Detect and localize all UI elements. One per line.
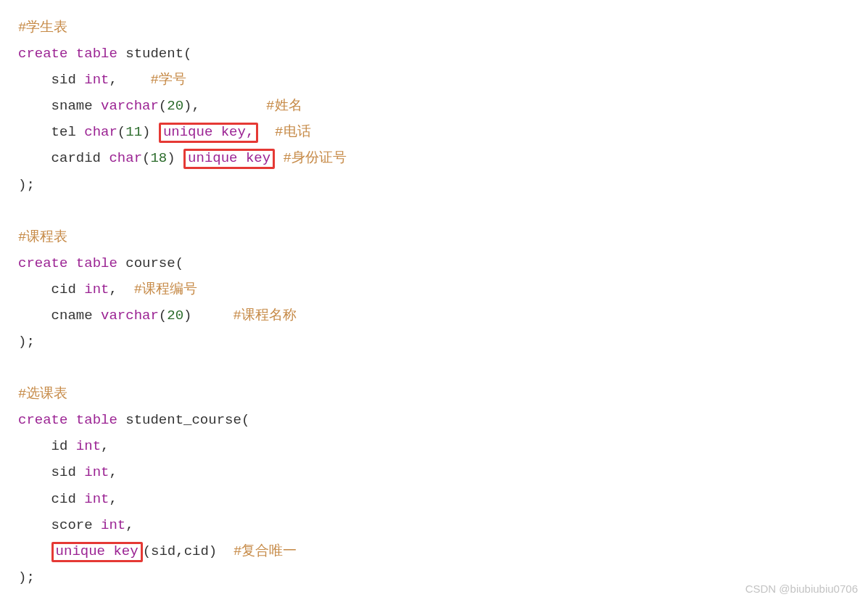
- keyword-table: table: [76, 255, 117, 271]
- comma: ,: [101, 438, 109, 454]
- paren-close: ): [183, 98, 191, 114]
- paren-close: ): [18, 177, 26, 193]
- comment: #身份证号: [284, 150, 347, 166]
- comma: ,: [191, 98, 199, 114]
- type-varchar: varchar: [101, 98, 159, 114]
- code-line: cardid char(18) unique key #身份证号: [18, 145, 850, 171]
- col-cardid: cardid: [51, 150, 101, 166]
- col-score: score: [51, 517, 93, 533]
- comment: #课程名称: [233, 308, 297, 324]
- keyword-create: create: [18, 412, 67, 428]
- comment: #姓名: [266, 98, 302, 114]
- paren-close: ): [142, 124, 150, 140]
- type-int: int: [101, 517, 125, 533]
- comment: #学号: [150, 72, 186, 88]
- highlight-unique-key: unique key: [51, 542, 143, 562]
- code-line: #学生表: [18, 15, 850, 41]
- comma: ,: [109, 464, 117, 480]
- comma: ,: [125, 517, 133, 533]
- paren-close: ): [167, 150, 175, 166]
- type-int: int: [76, 438, 101, 454]
- col-id: id: [51, 438, 68, 454]
- code-line: create table course(: [18, 250, 850, 276]
- col-tel: tel: [51, 124, 76, 140]
- type-char: char: [84, 124, 117, 140]
- blank-line: [18, 355, 850, 381]
- comment: #电话: [275, 124, 310, 140]
- keyword-create: create: [18, 255, 67, 271]
- type-int: int: [84, 491, 109, 507]
- keyword-create: create: [18, 46, 67, 62]
- comment: #课程表: [18, 229, 67, 245]
- col-sid: sid: [51, 72, 76, 88]
- col-cid: cid: [51, 491, 76, 507]
- code-line: create table student(: [18, 41, 850, 67]
- paren-close: ): [18, 569, 26, 585]
- code-line: #课程表: [18, 224, 850, 250]
- code-line: );: [18, 564, 850, 590]
- number: 20: [167, 308, 183, 324]
- comment: #学生表: [18, 20, 67, 36]
- semicolon: ;: [26, 177, 34, 193]
- semicolon: ;: [26, 334, 34, 350]
- code-line: );: [18, 172, 850, 198]
- paren-close: ): [18, 334, 26, 350]
- code-line: score int,: [18, 512, 850, 538]
- type-varchar: varchar: [101, 308, 159, 324]
- paren-open: (: [159, 308, 167, 324]
- code-line: id int,: [18, 433, 850, 459]
- code-line: sid int,: [18, 459, 850, 485]
- table-name: student: [125, 46, 183, 62]
- highlight-unique-key: unique key,: [159, 123, 258, 143]
- comma: ,: [109, 72, 117, 88]
- paren-open: (: [183, 46, 191, 62]
- code-line: #选课表: [18, 381, 850, 407]
- code-line: create table student_course(: [18, 407, 850, 433]
- code-line: cid int, #课程编号: [18, 276, 850, 302]
- paren-open: (: [142, 150, 150, 166]
- keyword-table: table: [76, 46, 117, 62]
- number: 20: [167, 98, 183, 114]
- table-name: student_course: [125, 412, 241, 428]
- code-line: sname varchar(20), #姓名: [18, 93, 850, 119]
- table-name: course: [125, 255, 175, 271]
- col-sid: sid: [51, 464, 76, 480]
- highlight-unique-key: unique key: [183, 149, 275, 169]
- semicolon: ;: [26, 569, 34, 585]
- comma: ,: [109, 491, 117, 507]
- paren-open: (: [159, 98, 167, 114]
- code-line: unique key(sid,cid) #复合唯一: [18, 538, 850, 564]
- type-int: int: [84, 464, 109, 480]
- paren-open: (: [241, 412, 249, 428]
- comment: #课程编号: [134, 281, 197, 297]
- number: 18: [150, 150, 167, 166]
- comment: #选课表: [18, 386, 67, 402]
- paren-open: (: [175, 255, 183, 271]
- type-int: int: [84, 281, 109, 297]
- col-cid: cid: [51, 281, 76, 297]
- number: 11: [125, 124, 142, 140]
- code-line: );: [18, 329, 850, 355]
- watermark: CSDN @biubiubiu0706: [745, 579, 858, 600]
- col-sname: sname: [51, 98, 93, 114]
- paren-close: ): [183, 308, 191, 324]
- col-cname: cname: [51, 308, 93, 324]
- type-char: char: [109, 150, 142, 166]
- type-int: int: [84, 72, 109, 88]
- code-line: tel char(11) unique key, #电话: [18, 119, 850, 145]
- comment: #复合唯一: [233, 543, 297, 559]
- unique-args: (sid,cid): [143, 543, 218, 559]
- blank-line: [18, 198, 850, 224]
- paren-open: (: [117, 124, 125, 140]
- code-line: sid int, #学号: [18, 67, 850, 93]
- keyword-table: table: [76, 412, 117, 428]
- code-line: cid int,: [18, 486, 850, 512]
- comma: ,: [109, 281, 117, 297]
- code-line: cname varchar(20) #课程名称: [18, 302, 850, 329]
